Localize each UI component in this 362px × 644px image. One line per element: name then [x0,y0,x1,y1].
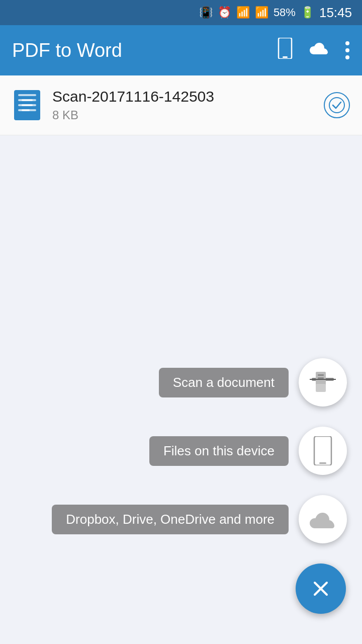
cloud-storage-button[interactable] [299,495,347,543]
battery-icon: 🔋 [301,6,314,19]
cloud-storage-row: Dropbox, Drive, OneDrive and more [52,495,347,543]
files-on-device-row: Files on this device [149,427,347,475]
alarm-icon: ⏰ [218,6,231,19]
more-vert-icon[interactable] [345,41,350,60]
svg-rect-12 [318,374,324,376]
status-icons: 📳 ⏰ 📶 📶 58% 🔋 15:45 [199,5,352,21]
file-icon [14,90,40,120]
app-title: PDF to Word [12,40,277,61]
vibrate-icon: 📳 [199,6,213,19]
cloud-storage-label: Dropbox, Drive, OneDrive and more [52,505,289,534]
svg-point-2 [345,41,349,45]
svg-point-3 [345,48,349,52]
app-bar: PDF to Word [0,25,362,75]
svg-rect-14 [316,384,326,392]
file-item[interactable]: Scan-20171116-142503 8 KB [0,75,362,135]
file-icon-wrap [12,88,42,123]
file-info: Scan-20171116-142503 8 KB [52,88,324,122]
file-check-icon[interactable] [324,92,350,118]
wifi-icon: 📶 [236,6,250,19]
device-icon[interactable] [277,38,294,63]
svg-rect-17 [319,462,326,464]
svg-rect-16 [314,436,331,465]
status-time: 15:45 [319,5,352,21]
scan-document-label: Scan a document [159,368,289,397]
app-bar-actions [277,38,350,63]
file-name: Scan-20171116-142503 [52,88,324,105]
cloud-icon[interactable] [309,40,330,60]
scan-document-button[interactable] [299,358,347,407]
main-fab-button[interactable] [296,564,346,614]
files-on-device-label: Files on this device [149,436,289,466]
svg-rect-0 [279,38,292,59]
signal-icon: 📶 [255,6,268,19]
files-on-device-button[interactable] [299,427,347,475]
content-area: Scan-20171116-142503 8 KB Scan a documen… [0,75,362,644]
file-size: 8 KB [52,108,324,122]
svg-rect-7 [22,104,33,106]
svg-rect-13 [318,377,324,379]
svg-point-4 [345,55,349,59]
battery-indicator: 58% [274,6,296,19]
svg-point-9 [329,98,344,113]
status-bar: 📳 ⏰ 📶 📶 58% 🔋 15:45 [0,0,362,25]
svg-rect-8 [22,109,30,111]
svg-rect-6 [22,99,33,101]
fab-area: Scan a document Files on this device [52,358,347,614]
scan-document-row: Scan a document [159,358,347,407]
svg-rect-1 [283,56,288,58]
